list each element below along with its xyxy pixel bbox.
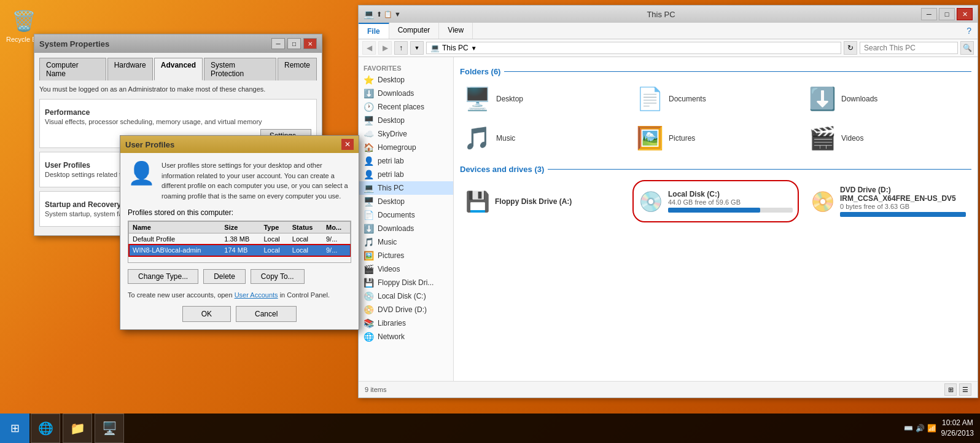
- tab-system-protection[interactable]: System Protection: [204, 58, 276, 80]
- folder-item[interactable]: 📄Documents: [632, 82, 799, 116]
- tab-computer-name[interactable]: Computer Name: [39, 58, 106, 80]
- nav-item-label: Desktop: [378, 116, 405, 125]
- drive-item[interactable]: 💾 Floppy Disk Drive (A:): [460, 180, 626, 222]
- nav-item-icon: 👤: [364, 156, 374, 166]
- sidebar-nav-item[interactable]: 🕐Recent places: [359, 100, 453, 114]
- nav-item-icon: 📀: [364, 305, 374, 315]
- forward-button[interactable]: ▶: [378, 41, 392, 55]
- sidebar-nav-item[interactable]: 📚Libraries: [359, 316, 453, 330]
- drive-icon: 💾: [465, 190, 490, 213]
- sidebar-nav-item[interactable]: 📀DVD Drive (D:): [359, 303, 453, 316]
- drive-item[interactable]: 💿 Local Disk (C:) 44.0 GB free of 59.6 G…: [632, 180, 799, 222]
- dialog-footer: To create new user accounts, open User A…: [128, 291, 351, 299]
- start-button[interactable]: ⊞: [0, 414, 29, 443]
- drive-icon: 💿: [639, 190, 663, 213]
- nav-item-label: Floppy Disk Dri...: [378, 278, 434, 287]
- sidebar-nav-item[interactable]: 🎵Music: [359, 235, 453, 249]
- nav-item-icon: ☁️: [364, 129, 374, 139]
- taskbar-ie-button[interactable]: 🌐: [31, 414, 60, 443]
- change-type-button[interactable]: Change Type...: [128, 269, 198, 284]
- folder-icon: 🖥️: [464, 86, 491, 112]
- folder-name: Downloads: [841, 95, 877, 103]
- date-display: 9/26/2013: [941, 428, 974, 439]
- ribbon-tab-view[interactable]: View: [439, 23, 473, 39]
- address-path[interactable]: 💻 This PC ▼: [426, 42, 841, 54]
- sidebar-nav-item[interactable]: 👤petri lab: [359, 168, 453, 181]
- sidebar-nav-item[interactable]: 📄Documents: [359, 208, 453, 222]
- ribbon-help-button[interactable]: ?: [960, 23, 978, 39]
- copy-to-button[interactable]: Copy To...: [251, 269, 305, 284]
- tab-hardware[interactable]: Hardware: [107, 58, 153, 80]
- minimize-button[interactable]: ─: [271, 38, 285, 49]
- folder-item[interactable]: 🎵Music: [460, 122, 626, 155]
- sidebar-nav-item[interactable]: 💻This PC: [359, 181, 453, 195]
- sidebar-nav-item[interactable]: ⬇️Downloads: [359, 222, 453, 235]
- drive-item[interactable]: 📀 DVD Drive (D:) IRM_CCSA_X64FRE_EN-US_D…: [805, 180, 971, 222]
- sidebar-nav-item[interactable]: 🖥️Desktop: [359, 195, 453, 208]
- nav-item-icon: ⬇️: [364, 88, 374, 98]
- search-button[interactable]: 🔍: [960, 41, 974, 55]
- profile-row[interactable]: WIN8-LAB\local-admin174 MBLocalLocal9/..…: [129, 245, 351, 256]
- performance-title: Performance: [45, 108, 311, 117]
- quick-access-icons: ⬆ 📋 ▼: [376, 10, 401, 18]
- taskbar-app-button[interactable]: 🖥️: [95, 414, 124, 443]
- col-size: Size: [220, 222, 260, 233]
- folder-name: Pictures: [669, 134, 695, 143]
- nav-item-label: Videos: [378, 265, 400, 273]
- folder-name: Desktop: [496, 95, 523, 103]
- sidebar-nav-item[interactable]: ⭐Desktop: [359, 73, 453, 87]
- search-input[interactable]: [860, 42, 958, 54]
- close-button[interactable]: ✕: [303, 38, 317, 49]
- folder-item[interactable]: ⬇️Downloads: [805, 82, 971, 116]
- this-pc-maximize[interactable]: □: [939, 8, 955, 20]
- cancel-button[interactable]: Cancel: [236, 306, 297, 322]
- tab-advanced[interactable]: Advanced: [154, 58, 203, 80]
- tab-remote[interactable]: Remote: [278, 58, 317, 80]
- ribbon-tabs: File Computer View ?: [359, 23, 978, 39]
- up-button[interactable]: ↑: [394, 41, 408, 55]
- sidebar-nav-item[interactable]: 🎬Videos: [359, 262, 453, 276]
- delete-button[interactable]: Delete: [203, 269, 246, 284]
- maximize-button[interactable]: □: [287, 38, 301, 49]
- back-button[interactable]: ◀: [362, 41, 376, 55]
- nav-item-label: Homegroup: [378, 143, 416, 152]
- nav-item-label: Downloads: [378, 89, 414, 98]
- this-pc-minimize[interactable]: ─: [921, 8, 937, 20]
- sidebar-nav-item[interactable]: ⬇️Downloads: [359, 87, 453, 100]
- folders-grid: 🖥️Desktop📄Documents⬇️Downloads🎵Music🖼️Pi…: [460, 82, 971, 155]
- system-properties-tabs: Computer Name Hardware Advanced System P…: [39, 58, 317, 80]
- folder-item[interactable]: 🖥️Desktop: [460, 82, 626, 116]
- sidebar-nav-item[interactable]: 💾Floppy Disk Dri...: [359, 276, 453, 289]
- path-dropdown-icon: ▼: [471, 45, 477, 52]
- ribbon-tab-file[interactable]: File: [359, 23, 389, 39]
- nav-item-icon: ⬇️: [364, 224, 374, 233]
- profile-row[interactable]: Default Profile1.38 MBLocalLocal9/...: [129, 233, 351, 245]
- large-icons-view[interactable]: ⊞: [944, 383, 957, 396]
- details-view[interactable]: ☰: [959, 383, 971, 396]
- system-properties-title: System Properties: [39, 39, 109, 49]
- sidebar-nav-item[interactable]: 🖼️Pictures: [359, 249, 453, 262]
- sidebar-nav-item[interactable]: 💿Local Disk (C:): [359, 289, 453, 303]
- nav-item-icon: 🎵: [364, 237, 374, 247]
- system-properties-titlebar: System Properties ─ □ ✕: [34, 34, 322, 53]
- sidebar-nav-item[interactable]: 🌐Network: [359, 330, 453, 343]
- sidebar-nav-item[interactable]: 🏠Homegroup: [359, 141, 453, 154]
- user-accounts-link[interactable]: User Accounts: [235, 291, 278, 299]
- taskbar-explorer-button[interactable]: 📁: [63, 414, 92, 443]
- ok-button[interactable]: OK: [182, 306, 231, 322]
- sidebar-nav-item[interactable]: ☁️SkyDrive: [359, 127, 453, 141]
- folder-icon: 🎬: [809, 125, 836, 151]
- folder-item[interactable]: 🖼️Pictures: [632, 122, 799, 155]
- refresh-button[interactable]: ↻: [844, 41, 857, 55]
- this-pc-close[interactable]: ✕: [957, 8, 973, 20]
- folder-name: Music: [496, 134, 515, 143]
- folder-item[interactable]: 🎬Videos: [805, 122, 971, 155]
- nav-item-label: DVD Drive (D:): [378, 305, 427, 314]
- recent-locations-button[interactable]: ▼: [410, 41, 424, 55]
- nav-item-icon: 💻: [364, 183, 374, 193]
- dialog-close-button[interactable]: ✕: [341, 139, 354, 150]
- ribbon-tab-computer[interactable]: Computer: [389, 23, 440, 39]
- sidebar-nav-item[interactable]: 👤petri lab: [359, 154, 453, 168]
- drive-bar-fill: [668, 208, 760, 213]
- sidebar-nav-item[interactable]: 🖥️Desktop: [359, 114, 453, 127]
